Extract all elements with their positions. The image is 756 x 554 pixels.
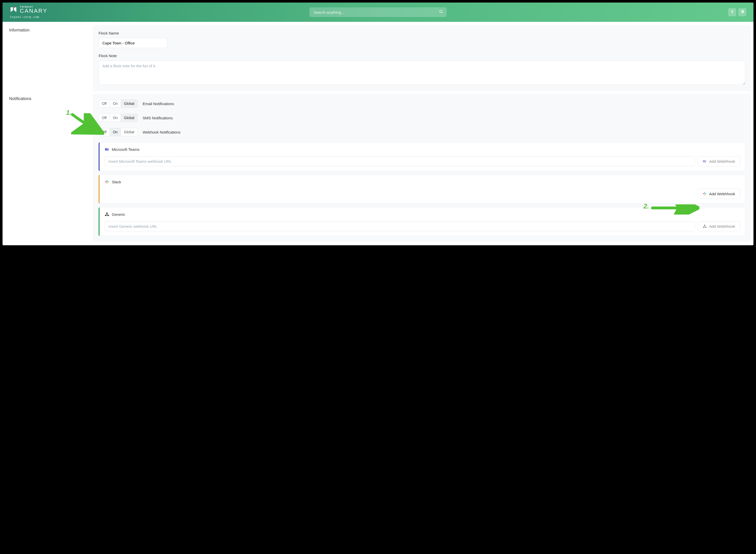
svg-point-20: [704, 225, 705, 225]
generic-add-webhook-button[interactable]: Add Webhhook: [698, 221, 740, 231]
svg-point-18: [105, 215, 106, 216]
ms-teams-icon: T: [105, 147, 109, 152]
flock-name-label: Flock Name: [99, 31, 745, 35]
teams-add-webhook-button[interactable]: T Add Webhhook: [698, 156, 740, 166]
svg-point-17: [106, 213, 107, 214]
email-notifications-label: Email Notifications: [143, 102, 174, 106]
webhook-icon: [105, 212, 109, 217]
sms-global-button[interactable]: Global: [121, 114, 137, 122]
svg-point-19: [108, 215, 109, 216]
webhook-off-button[interactable]: Off: [99, 128, 110, 136]
generic-webhook-card: Generic Add Webhhook: [99, 207, 745, 236]
webhook-on-button[interactable]: On: [110, 128, 121, 136]
brand-title: CANARY: [20, 8, 48, 14]
teams-title: Microsoft Teams: [112, 147, 140, 152]
slack-add-label: Add Webhhook: [709, 192, 735, 196]
webhook-global-button[interactable]: Global: [121, 128, 137, 136]
sms-notifications-label: SMS Notifications: [143, 116, 173, 120]
generic-webhook-input[interactable]: [105, 221, 695, 231]
svg-rect-11: [107, 182, 107, 184]
email-global-button[interactable]: Global: [121, 100, 137, 107]
svg-rect-15: [704, 194, 705, 195]
webhook-icon: [703, 224, 707, 228]
logo-area: THINKST CANARY inyoni-corp.com: [10, 6, 48, 19]
teams-add-label: Add Webhhook: [709, 159, 735, 164]
generic-title: Generic: [112, 212, 125, 217]
slack-webhook-card: Slack Add Webhhook 2.: [99, 175, 745, 204]
sms-off-button[interactable]: Off: [99, 114, 110, 122]
svg-text:T: T: [703, 160, 704, 162]
svg-rect-9: [107, 180, 107, 181]
section-notifications-title: Notifications: [9, 94, 91, 242]
svg-rect-10: [107, 181, 109, 182]
svg-rect-14: [705, 193, 706, 194]
domain-text: inyoni-corp.com: [10, 15, 48, 19]
sms-on-button[interactable]: On: [110, 114, 121, 122]
svg-rect-0: [14, 7, 15, 8]
notifications-panel: Off On Global Email Notifications Off On…: [93, 94, 751, 242]
slack-icon: [703, 192, 707, 196]
svg-point-21: [703, 227, 704, 227]
svg-point-5: [108, 148, 109, 149]
section-information-title: Information: [9, 25, 91, 92]
webhook-notifications-row: Off On Global Webhook Notifications: [99, 128, 745, 136]
teams-webhook-input[interactable]: [105, 156, 695, 166]
sms-notifications-row: Off On Global SMS Notifications: [99, 114, 745, 122]
ms-teams-icon: T: [703, 159, 707, 163]
svg-rect-16: [703, 193, 704, 194]
svg-rect-12: [105, 181, 107, 182]
slack-add-webhook-button[interactable]: Add Webhhook: [698, 189, 740, 199]
teams-webhook-card: T Microsoft Teams T Add Webhhook: [99, 142, 745, 171]
generic-add-label: Add Webhhook: [709, 224, 735, 228]
svg-rect-13: [704, 192, 705, 193]
svg-point-22: [705, 227, 706, 227]
email-notifications-row: Off On Global Email Notifications: [99, 100, 745, 108]
flock-name-input[interactable]: [99, 38, 167, 48]
information-panel: Flock Name Flock Note: [93, 25, 751, 92]
settings-button[interactable]: [738, 8, 746, 16]
webhook-notifications-label: Webhook Notifications: [143, 130, 181, 134]
flock-note-label: Flock Note: [99, 54, 745, 58]
help-button[interactable]: ?: [728, 8, 736, 16]
email-off-button[interactable]: Off: [99, 100, 110, 107]
gear-icon: [740, 9, 745, 15]
canary-logo-icon: [10, 6, 17, 13]
slack-icon: [105, 179, 109, 184]
slack-title: Slack: [112, 180, 121, 184]
header: THINKST CANARY inyoni-corp.com ?: [3, 3, 753, 22]
svg-point-8: [705, 160, 706, 161]
search-input[interactable]: [309, 7, 447, 17]
flock-note-textarea[interactable]: [99, 60, 745, 85]
email-on-button[interactable]: On: [110, 100, 121, 107]
